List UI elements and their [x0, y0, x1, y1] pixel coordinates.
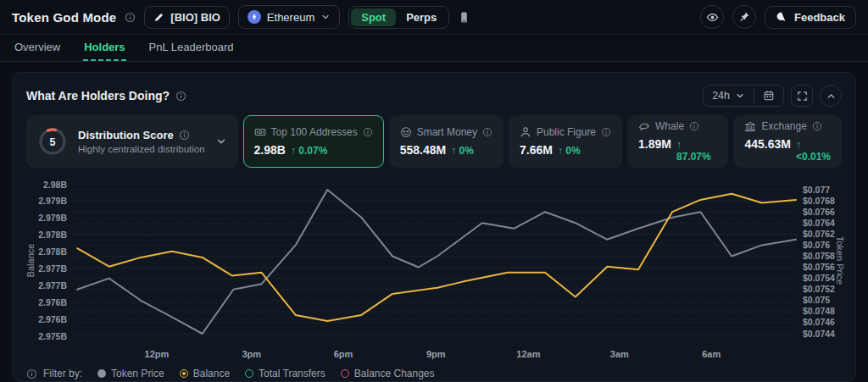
tab-holders[interactable]: Holders	[83, 35, 125, 61]
holders-chart-svg: $0.077$0.0768$0.0766$0.0764$0.0762$0.076…	[26, 173, 843, 363]
x-axis-tick: 9pm	[426, 349, 446, 359]
x-axis-tick: 6pm	[334, 349, 353, 359]
collapse-button[interactable]	[820, 85, 842, 107]
left-axis-tick: 2.978B	[38, 246, 67, 257]
stat-value: 2.98B	[254, 143, 286, 157]
stat-card-public-figure[interactable]: Public Figure7.66M↑ 0%	[509, 115, 622, 168]
stat-subtitle: Highly centralized distribution	[78, 144, 205, 154]
info-icon	[812, 121, 822, 131]
feedback-button[interactable]: Feedback	[765, 6, 856, 29]
info-icon	[689, 121, 699, 131]
chart-filter-row: Filter by: Token PriceBalanceTotal Trans…	[26, 364, 842, 382]
banknote-icon	[254, 126, 266, 138]
x-axis-tick: 3pm	[242, 349, 261, 359]
ethereum-icon	[248, 10, 261, 24]
network-select-button[interactable]: Ethereum	[238, 5, 340, 29]
eye-icon	[706, 11, 719, 24]
token-select-button[interactable]: [BIO] BIO	[144, 6, 230, 29]
score-gauge: 5	[37, 126, 68, 157]
stat-value: 7.66M	[520, 143, 553, 157]
chevron-up-icon	[826, 91, 837, 102]
left-axis-tick: 2.977B	[38, 263, 67, 274]
chevron-down-icon[interactable]	[215, 136, 227, 147]
info-icon	[175, 91, 186, 102]
left-axis-tick: 2.976B	[38, 314, 67, 324]
tab-pnl-leaderboard[interactable]: PnL Leaderboard	[148, 35, 235, 61]
section-tabs: OverviewHoldersPnL Leaderboard	[0, 34, 868, 62]
legend-dot	[97, 369, 106, 378]
info-icon	[482, 127, 492, 137]
stat-change: ↑ <0.01%	[796, 139, 831, 163]
mobile-icon[interactable]	[458, 11, 470, 24]
info-icon	[179, 130, 190, 141]
info-icon	[363, 127, 373, 137]
svg-text:5: 5	[50, 136, 56, 148]
calendar-button[interactable]	[754, 90, 783, 102]
chat-bubble-icon	[776, 11, 787, 23]
legend-label: Balance	[193, 368, 230, 379]
info-icon	[179, 130, 190, 141]
stat-change: ↑ 0%	[451, 145, 474, 157]
info-icon	[26, 368, 37, 379]
info-icon	[689, 121, 699, 131]
person-icon	[520, 126, 531, 138]
fullscreen-icon	[797, 91, 808, 102]
pin-icon	[738, 11, 750, 23]
right-axis-tick: $0.0758	[803, 251, 835, 261]
right-axis-tick: $0.077	[803, 185, 830, 195]
filter-option-total-transfers[interactable]: Total Transfers	[245, 368, 326, 379]
stat-label: Distribution Score	[78, 129, 174, 141]
info-icon	[482, 127, 492, 137]
stat-card-whale[interactable]: Whale1.89M↑ 87.07%	[627, 115, 728, 168]
token-price-line	[77, 190, 796, 334]
calendar-icon	[763, 90, 775, 102]
stat-change: ↑ 0%	[558, 145, 581, 157]
info-icon	[175, 91, 186, 102]
stat-card-exchange[interactable]: Exchange445.63M↑ <0.01%	[733, 115, 842, 168]
legend-dot	[341, 369, 349, 378]
right-axis-tick: $0.0768	[803, 196, 835, 206]
right-axis-tick: $0.0764	[803, 218, 835, 228]
info-icon	[125, 12, 136, 23]
left-axis-tick: 2.979B	[38, 196, 67, 206]
mobile-icon	[458, 11, 470, 24]
perps-tab[interactable]: Perps	[396, 8, 447, 26]
eye-icon	[706, 11, 719, 24]
spot-tab[interactable]: Spot	[351, 8, 396, 26]
stat-card-smart-money[interactable]: Smart Money558.48M↑ 0%	[389, 115, 504, 168]
chevron-down-icon	[735, 91, 745, 101]
chevron-up-icon	[826, 91, 837, 102]
info-icon	[26, 368, 37, 379]
timeframe-dropdown[interactable]: 24h	[704, 90, 754, 102]
stat-label: Smart Money	[417, 126, 477, 138]
distribution-score-card[interactable]: 5Distribution ScoreHighly centralized di…	[26, 115, 238, 168]
stat-value: 445.63M	[744, 137, 790, 151]
pencil-icon	[153, 12, 164, 23]
pin-button[interactable]	[732, 5, 756, 29]
fullscreen-button[interactable]	[791, 85, 813, 107]
filter-option-balance-changes[interactable]: Balance Changes	[341, 368, 435, 379]
chevron-down-icon	[215, 136, 227, 147]
eth-icon	[250, 13, 259, 21]
right-axis-tick: $0.076	[803, 240, 830, 250]
stat-card-top-100-addresses[interactable]: Top 100 Addresses2.98B↑ 0.07%	[243, 115, 384, 168]
legend-dot	[180, 369, 188, 378]
left-axis-tick: 2.978B	[38, 230, 67, 240]
left-axis-tick: 2.979B	[38, 213, 67, 223]
pin-icon	[738, 11, 750, 23]
filter-option-balance[interactable]: Balance	[180, 368, 230, 379]
right-axis-tick: $0.0748	[803, 306, 835, 316]
pencil-icon	[153, 12, 164, 23]
filter-option-token-price[interactable]: Token Price	[97, 368, 164, 379]
holders-chart[interactable]: $0.077$0.0768$0.0766$0.0764$0.0762$0.076…	[26, 173, 842, 363]
holders-panel: What Are Holders Doing? 24h 5Distributio…	[12, 72, 856, 382]
tab-overview[interactable]: Overview	[14, 35, 61, 61]
watch-button[interactable]	[700, 5, 724, 29]
info-icon	[601, 127, 611, 137]
stat-change: ↑ 0.07%	[291, 145, 327, 157]
left-axis-tick: 2.98B	[43, 180, 67, 190]
stat-label: Exchange	[761, 120, 806, 132]
calendar-icon	[763, 90, 775, 102]
right-axis-tick: $0.0762	[803, 229, 835, 239]
right-axis-title: Token Price	[835, 236, 843, 285]
